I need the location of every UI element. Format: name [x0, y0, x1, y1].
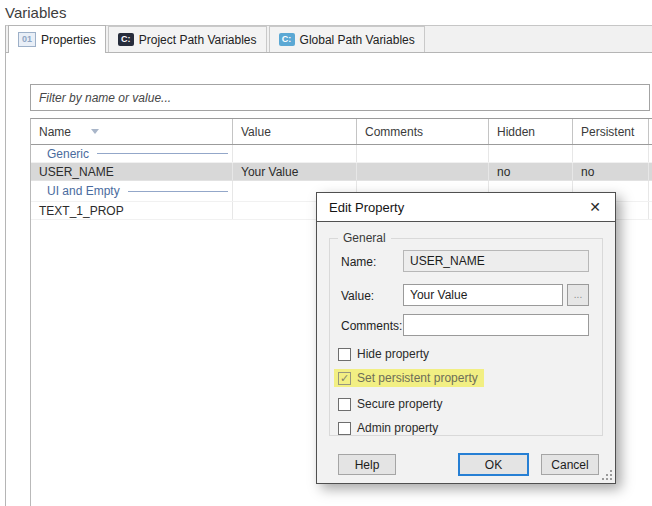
table-row-user-name[interactable]: USER_NAME Your Value no no — [31, 163, 652, 181]
help-button[interactable]: Help — [338, 454, 396, 475]
browse-button[interactable]: ... — [567, 284, 589, 306]
comments-label: Comments: — [341, 319, 402, 333]
tab-global-path-variables-label: Global Path Variables — [300, 33, 415, 47]
column-header-comments[interactable]: Comments — [356, 119, 488, 144]
column-header-name[interactable]: Name — [31, 119, 232, 144]
cell-name: TEXT_1_PROP — [31, 202, 232, 219]
tab-global-path-variables[interactable]: C: Global Path Variables — [269, 26, 425, 52]
global-drive-icon: C: — [279, 33, 295, 46]
checkbox-box[interactable] — [338, 422, 351, 435]
group-row-generic[interactable]: Generic — [31, 145, 652, 163]
value-input[interactable] — [403, 284, 563, 306]
value-label: Value: — [341, 289, 374, 303]
cancel-button[interactable]: Cancel — [541, 454, 599, 475]
cell-hidden: no — [488, 163, 572, 180]
sort-desc-icon — [91, 129, 99, 134]
comments-input[interactable] — [403, 314, 589, 336]
check-icon[interactable] — [338, 372, 351, 385]
checkbox-box[interactable] — [338, 348, 351, 361]
checkbox-set-persistent-property[interactable]: Set persistent property — [334, 369, 484, 387]
resize-grip-icon[interactable] — [603, 471, 612, 480]
tab-properties[interactable]: 01 Properties — [8, 25, 106, 53]
dialog-title: Edit Property — [329, 200, 585, 215]
group-label: Generic — [47, 147, 89, 161]
cell-value: Your Value — [232, 163, 356, 180]
tab-project-path-variables-label: Project Path Variables — [139, 33, 257, 47]
cell-comments — [356, 163, 488, 180]
tab-project-path-variables[interactable]: C: Project Path Variables — [108, 26, 267, 52]
column-header-persistent[interactable]: Persistent — [572, 119, 648, 144]
checkbox-hide-property[interactable]: Hide property — [338, 345, 429, 363]
cell-name: USER_NAME — [31, 163, 232, 180]
edit-property-dialog: Edit Property ✕ General Name: Value: ...… — [316, 192, 616, 484]
name-label: Name: — [341, 255, 376, 269]
groupbox-caption: General — [338, 231, 391, 245]
cell-persistent: no — [572, 163, 648, 180]
checkbox-admin-property[interactable]: Admin property — [338, 419, 438, 437]
group-label: UI and Empty — [47, 184, 120, 198]
checkbox-box[interactable] — [338, 398, 351, 411]
name-input[interactable] — [403, 250, 589, 272]
project-drive-icon: C: — [118, 33, 134, 46]
column-header-filler — [648, 119, 652, 144]
ok-button[interactable]: OK — [458, 453, 529, 476]
checkbox-secure-property[interactable]: Secure property — [338, 395, 442, 413]
variables-window: Variables 01 Properties C: Project Path … — [0, 0, 652, 506]
table-header-row: Name Value Comments Hidden Persistent — [31, 119, 652, 145]
column-header-value[interactable]: Value — [232, 119, 356, 144]
page-title: Variables — [5, 4, 66, 21]
tab-properties-label: Properties — [41, 33, 96, 47]
tab-strip: 01 Properties C: Project Path Variables … — [6, 26, 652, 53]
column-header-hidden[interactable]: Hidden — [488, 119, 572, 144]
filter-input[interactable] — [30, 84, 650, 111]
close-icon[interactable]: ✕ — [585, 198, 605, 216]
dialog-titlebar[interactable]: Edit Property ✕ — [317, 193, 615, 222]
properties-tab-icon: 01 — [18, 32, 36, 47]
